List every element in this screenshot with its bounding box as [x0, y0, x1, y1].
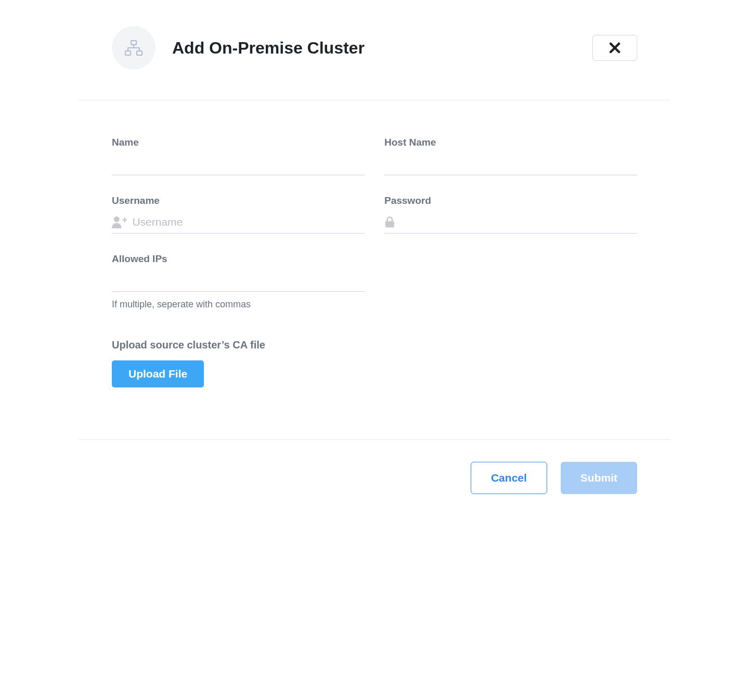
name-label: Name — [112, 137, 365, 148]
upload-section-label: Upload source cluster’s CA file — [112, 339, 637, 351]
allowed-ips-input[interactable] — [112, 274, 365, 287]
dialog-footer: Cancel Submit — [79, 440, 670, 516]
network-icon-circle — [112, 26, 156, 70]
username-field-group: Username — [112, 195, 365, 234]
hostname-label: Host Name — [384, 137, 637, 148]
allowed-ips-label: Allowed IPs — [112, 253, 365, 265]
submit-button[interactable]: Submit — [561, 462, 637, 494]
allowed-ips-field-group: Allowed IPs If multiple, seperate with c… — [112, 253, 365, 310]
username-label: Username — [112, 195, 365, 206]
dialog-header: Add On-Premise Cluster — [79, 0, 670, 100]
svg-rect-5 — [124, 217, 125, 222]
password-label: Password — [384, 195, 637, 206]
svg-rect-6 — [385, 221, 394, 227]
svg-rect-0 — [131, 41, 136, 45]
hostname-field-group: Host Name — [384, 137, 637, 175]
close-icon — [609, 42, 621, 54]
dialog-body: Name Host Name Username — [79, 100, 670, 440]
svg-rect-1 — [125, 51, 131, 55]
svg-rect-2 — [137, 51, 142, 55]
svg-point-3 — [114, 216, 120, 222]
dialog-title: Add On-Premise Cluster — [172, 38, 365, 58]
upload-section: Upload source cluster’s CA file Upload F… — [112, 339, 637, 387]
password-input[interactable] — [401, 216, 637, 228]
user-plus-icon — [112, 215, 127, 229]
hostname-input[interactable] — [384, 158, 637, 170]
close-button[interactable] — [592, 35, 637, 61]
allowed-ips-helper: If multiple, seperate with commas — [112, 299, 365, 310]
network-icon — [125, 40, 143, 56]
name-input[interactable] — [112, 158, 365, 170]
header-left: Add On-Premise Cluster — [112, 26, 365, 70]
username-input[interactable] — [132, 216, 365, 228]
name-field-group: Name — [112, 137, 365, 175]
lock-icon — [384, 216, 395, 228]
upload-file-button[interactable]: Upload File — [112, 360, 204, 387]
cancel-button[interactable]: Cancel — [471, 462, 547, 494]
password-field-group: Password — [384, 195, 637, 234]
